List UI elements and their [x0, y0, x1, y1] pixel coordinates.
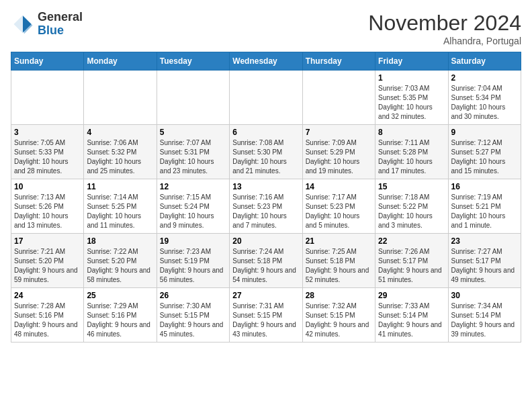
day-info: Sunrise: 7:19 AM Sunset: 5:21 PM Dayligh…	[451, 193, 518, 230]
day-info: Sunrise: 7:27 AM Sunset: 5:17 PM Dayligh…	[451, 247, 518, 285]
day-info: Sunrise: 7:25 AM Sunset: 5:18 PM Dayligh…	[306, 247, 372, 285]
day-number: 17	[14, 236, 81, 246]
day-number: 11	[87, 182, 153, 191]
day-number: 14	[306, 182, 372, 191]
calendar-cell	[84, 71, 157, 125]
calendar-cell: 15Sunrise: 7:18 AM Sunset: 5:22 PM Dayli…	[375, 179, 448, 234]
calendar-cell: 3Sunrise: 7:05 AM Sunset: 5:33 PM Daylig…	[11, 125, 84, 179]
calendar-cell	[302, 71, 375, 125]
day-number: 18	[87, 236, 153, 246]
day-info: Sunrise: 7:09 AM Sunset: 5:29 PM Dayligh…	[306, 138, 372, 176]
calendar-cell: 1Sunrise: 7:03 AM Sunset: 5:35 PM Daylig…	[375, 71, 448, 125]
day-number: 15	[378, 182, 445, 191]
day-info: Sunrise: 7:28 AM Sunset: 5:16 PM Dayligh…	[14, 302, 81, 339]
day-number: 26	[160, 291, 226, 300]
day-info: Sunrise: 7:32 AM Sunset: 5:15 PM Dayligh…	[306, 302, 372, 339]
day-number: 24	[14, 291, 81, 300]
day-number: 25	[87, 291, 153, 300]
day-number: 27	[232, 291, 299, 300]
month-title: November 2024	[368, 11, 521, 36]
calendar-cell: 6Sunrise: 7:08 AM Sunset: 5:30 PM Daylig…	[230, 125, 302, 179]
day-info: Sunrise: 7:11 AM Sunset: 5:28 PM Dayligh…	[378, 138, 445, 176]
calendar-cell: 4Sunrise: 7:06 AM Sunset: 5:32 PM Daylig…	[84, 125, 157, 179]
calendar-cell: 29Sunrise: 7:33 AM Sunset: 5:14 PM Dayli…	[375, 288, 448, 342]
day-info: Sunrise: 7:13 AM Sunset: 5:26 PM Dayligh…	[14, 193, 81, 230]
calendar-cell: 23Sunrise: 7:27 AM Sunset: 5:17 PM Dayli…	[448, 234, 521, 288]
day-info: Sunrise: 7:33 AM Sunset: 5:14 PM Dayligh…	[378, 302, 445, 339]
day-number: 6	[232, 128, 299, 137]
calendar-cell: 7Sunrise: 7:09 AM Sunset: 5:29 PM Daylig…	[302, 125, 375, 179]
calendar-cell: 9Sunrise: 7:12 AM Sunset: 5:27 PM Daylig…	[448, 125, 521, 179]
location: Alhandra, Portugal	[368, 36, 521, 46]
header-monday: Monday	[84, 52, 157, 71]
calendar-cell: 17Sunrise: 7:21 AM Sunset: 5:20 PM Dayli…	[11, 234, 84, 288]
calendar-cell: 20Sunrise: 7:24 AM Sunset: 5:18 PM Dayli…	[230, 234, 302, 288]
page-header: General Blue November 2024 Alhandra, Por…	[11, 11, 521, 46]
logo-icon	[11, 12, 35, 36]
calendar-cell: 24Sunrise: 7:28 AM Sunset: 5:16 PM Dayli…	[11, 288, 84, 342]
day-info: Sunrise: 7:29 AM Sunset: 5:16 PM Dayligh…	[87, 302, 153, 339]
day-info: Sunrise: 7:08 AM Sunset: 5:30 PM Dayligh…	[232, 138, 299, 176]
day-number: 8	[378, 128, 445, 137]
calendar-week-1: 1Sunrise: 7:03 AM Sunset: 5:35 PM Daylig…	[11, 71, 521, 125]
day-number: 7	[306, 128, 372, 137]
day-info: Sunrise: 7:22 AM Sunset: 5:20 PM Dayligh…	[87, 247, 153, 285]
day-number: 23	[451, 236, 518, 246]
day-info: Sunrise: 7:12 AM Sunset: 5:27 PM Dayligh…	[451, 138, 518, 176]
logo-general: General	[38, 10, 83, 24]
calendar-week-3: 10Sunrise: 7:13 AM Sunset: 5:26 PM Dayli…	[11, 179, 521, 234]
calendar-cell: 11Sunrise: 7:14 AM Sunset: 5:25 PM Dayli…	[84, 179, 157, 234]
calendar-cell: 18Sunrise: 7:22 AM Sunset: 5:20 PM Dayli…	[84, 234, 157, 288]
logo-text: General Blue	[38, 11, 83, 38]
day-number: 21	[306, 236, 372, 246]
calendar-cell: 2Sunrise: 7:04 AM Sunset: 5:34 PM Daylig…	[448, 71, 521, 125]
day-number: 28	[306, 291, 372, 300]
day-info: Sunrise: 7:14 AM Sunset: 5:25 PM Dayligh…	[87, 193, 153, 230]
day-info: Sunrise: 7:07 AM Sunset: 5:31 PM Dayligh…	[160, 138, 226, 176]
day-info: Sunrise: 7:26 AM Sunset: 5:17 PM Dayligh…	[378, 247, 445, 285]
calendar-cell: 16Sunrise: 7:19 AM Sunset: 5:21 PM Dayli…	[448, 179, 521, 234]
day-info: Sunrise: 7:06 AM Sunset: 5:32 PM Dayligh…	[87, 138, 153, 176]
title-section: November 2024 Alhandra, Portugal	[368, 11, 521, 46]
calendar-cell: 8Sunrise: 7:11 AM Sunset: 5:28 PM Daylig…	[375, 125, 448, 179]
day-number: 13	[232, 182, 299, 191]
logo: General Blue	[11, 11, 83, 38]
calendar-week-2: 3Sunrise: 7:05 AM Sunset: 5:33 PM Daylig…	[11, 125, 521, 179]
calendar-cell	[157, 71, 229, 125]
day-number: 1	[378, 73, 445, 83]
calendar-week-5: 24Sunrise: 7:28 AM Sunset: 5:16 PM Dayli…	[11, 288, 521, 342]
day-info: Sunrise: 7:16 AM Sunset: 5:23 PM Dayligh…	[232, 193, 299, 230]
header-saturday: Saturday	[448, 52, 521, 71]
day-info: Sunrise: 7:18 AM Sunset: 5:22 PM Dayligh…	[378, 193, 445, 230]
day-number: 22	[378, 236, 445, 246]
day-info: Sunrise: 7:15 AM Sunset: 5:24 PM Dayligh…	[160, 193, 226, 230]
header-sunday: Sunday	[11, 52, 84, 71]
day-number: 12	[160, 182, 226, 191]
day-number: 4	[87, 128, 153, 137]
calendar: SundayMondayTuesdayWednesdayThursdayFrid…	[11, 52, 521, 342]
day-info: Sunrise: 7:17 AM Sunset: 5:23 PM Dayligh…	[306, 193, 372, 230]
day-info: Sunrise: 7:23 AM Sunset: 5:19 PM Dayligh…	[160, 247, 226, 285]
day-number: 2	[451, 73, 518, 83]
day-number: 16	[451, 182, 518, 191]
day-number: 9	[451, 128, 518, 137]
calendar-cell: 26Sunrise: 7:30 AM Sunset: 5:15 PM Dayli…	[157, 288, 229, 342]
day-number: 30	[451, 291, 518, 300]
day-number: 10	[14, 182, 81, 191]
day-info: Sunrise: 7:03 AM Sunset: 5:35 PM Dayligh…	[378, 84, 445, 122]
calendar-cell: 27Sunrise: 7:31 AM Sunset: 5:15 PM Dayli…	[230, 288, 302, 342]
day-number: 3	[14, 128, 81, 137]
day-info: Sunrise: 7:21 AM Sunset: 5:20 PM Dayligh…	[14, 247, 81, 285]
calendar-cell: 12Sunrise: 7:15 AM Sunset: 5:24 PM Dayli…	[157, 179, 229, 234]
calendar-cell: 14Sunrise: 7:17 AM Sunset: 5:23 PM Dayli…	[302, 179, 375, 234]
calendar-cell: 13Sunrise: 7:16 AM Sunset: 5:23 PM Dayli…	[230, 179, 302, 234]
header-friday: Friday	[375, 52, 448, 71]
day-info: Sunrise: 7:05 AM Sunset: 5:33 PM Dayligh…	[14, 138, 81, 176]
calendar-header-row: SundayMondayTuesdayWednesdayThursdayFrid…	[11, 52, 521, 71]
calendar-cell	[230, 71, 302, 125]
day-info: Sunrise: 7:04 AM Sunset: 5:34 PM Dayligh…	[451, 84, 518, 122]
calendar-cell: 25Sunrise: 7:29 AM Sunset: 5:16 PM Dayli…	[84, 288, 157, 342]
day-info: Sunrise: 7:31 AM Sunset: 5:15 PM Dayligh…	[232, 302, 299, 339]
header-thursday: Thursday	[302, 52, 375, 71]
logo-blue: Blue	[38, 24, 64, 37]
